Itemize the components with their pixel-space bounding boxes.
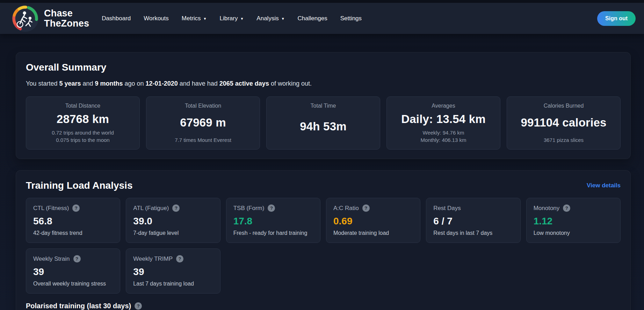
metric-description: 42-day fitness trend [33,230,113,236]
stat-value: Daily: 13.54 km [401,113,485,126]
stat-card: Calories Burned 991104 calories 3671 piz… [507,96,621,150]
intro-segment: 2065 active days [219,80,269,87]
summary-stat-cards: Total Distance 28768 km 0.72 trips aroun… [26,96,621,150]
stat-label: Averages [432,102,455,109]
metric-description: Moderate training load [333,230,413,236]
metric-label: Monotony [534,204,560,212]
metric-tiles: CTL (Fitness) ? 56.8 42-day fitness tren… [26,198,621,294]
metric-tile: Monotony ? 1.12 Low monotony [526,198,621,243]
metric-value: 39 [33,266,113,277]
help-icon[interactable]: ? [135,302,142,310]
sign-out-button[interactable]: Sign out [597,11,636,26]
app-logo-icon [12,5,39,32]
stat-sublines: 7.7 times Mount Everest [175,136,231,144]
nav-item-label: Challenges [298,15,327,22]
metric-label: CTL (Fitness) [33,204,69,212]
metric-description: Overall weekly training stress [33,280,113,287]
intro-segment: ago on [123,80,146,87]
nav-item-label: Workouts [144,15,169,22]
page-top-gap [0,0,644,3]
nav-item-label: Dashboard [102,15,131,22]
nav-item-label: Settings [340,15,362,22]
navbar: Chase TheZones Dashboard ▼ Workouts ▼ Me… [0,3,644,34]
chevron-down-icon: ▼ [240,17,244,21]
stat-label: Total Elevation [185,102,221,109]
help-icon[interactable]: ? [73,255,81,262]
intro-segment: You started [26,80,59,87]
intro-segment: 5 years [59,80,81,87]
metric-tile: TSB (Form) ? 17.8 Fresh - ready for hard… [226,198,320,243]
metric-label: TSB (Form) [233,204,265,212]
stat-label: Calories Burned [544,102,584,109]
metric-tile: ATL (Fatigue) ? 39.0 7-day fatigue level [126,198,220,243]
help-icon[interactable]: ? [176,255,183,262]
intro-segment: and have had [178,80,219,87]
metric-description: Last 7 days training load [133,280,213,287]
metric-tile: Weekly TRIMP ? 39 Last 7 days training l… [126,248,220,294]
help-icon[interactable]: ? [172,204,180,212]
stat-value: 28768 km [57,113,109,126]
nav-item[interactable]: Metrics ▼ [182,15,207,22]
intro-segment: 9 months [95,80,123,87]
metric-value: 0.69 [333,216,413,227]
metric-label: A:C Ratio [333,204,359,212]
brand[interactable]: Chase TheZones [12,5,89,32]
metric-description: Fresh - ready for hard training [233,230,313,236]
polarised-training-label: Polarised training (last 30 days) [26,302,131,310]
stat-subline: 7.7 times Mount Everest [175,136,231,144]
stat-sublines: Weekly: 94.76 kmMonthly: 406.13 km [421,129,466,144]
metric-value: 17.8 [233,216,313,227]
chevron-down-icon: ▼ [203,17,207,21]
metric-value: 39 [133,266,213,277]
help-icon[interactable]: ? [563,204,570,212]
stat-sublines: 0.72 trips around the world0.075 trips t… [52,129,114,144]
main-nav: Dashboard ▼ Workouts ▼ Metrics ▼ Library… [102,15,362,22]
metric-tile: Rest Days ? 6 / 7 Rest days in last 7 da… [426,198,520,243]
overall-summary-title: Overall Summary [26,62,621,73]
training-load-panel: Training Load Analysis View details CTL … [16,170,631,310]
nav-item-label: Metrics [182,15,201,22]
stat-subline: 0.075 trips to the moon [52,136,114,144]
stat-value: 94h 53m [300,120,346,133]
nav-item[interactable]: Dashboard ▼ [102,15,131,22]
stat-card: Total Elevation 67969 m 7.7 times Mount … [146,96,260,150]
nav-item[interactable]: Analysis ▼ [256,15,284,22]
metric-description: Rest days in last 7 days [433,230,513,236]
help-icon[interactable]: ? [72,204,80,212]
help-icon[interactable]: ? [362,204,370,212]
help-icon[interactable]: ? [268,204,275,212]
metric-description: Low monotony [534,230,613,236]
chevron-down-icon: ▼ [281,17,285,21]
brand-line-1: Chase [44,8,89,19]
metric-label: Weekly Strain [33,255,70,262]
intro-segment: of working out. [269,80,312,87]
training-load-title: Training Load Analysis [26,180,132,192]
stat-card: Total Time 94h 53m [266,96,380,150]
metric-value: 56.8 [33,216,113,227]
metric-value: 39.0 [133,216,213,227]
stat-subline: 3671 pizza slices [544,136,584,144]
brand-name: Chase TheZones [44,8,89,28]
stat-card: Averages Daily: 13.54 km Weekly: 94.76 k… [386,96,500,150]
metric-value: 1.12 [534,216,613,227]
stat-subline: Monthly: 406.13 km [421,136,466,144]
brand-line-2: TheZones [44,19,89,29]
metric-value: 6 / 7 [433,216,513,227]
nav-item[interactable]: Settings ▼ [340,15,362,22]
metric-label: Weekly TRIMP [133,255,173,262]
stat-card: Total Distance 28768 km 0.72 trips aroun… [26,96,140,150]
metric-tile: Weekly Strain ? 39 Overall weekly traini… [26,248,120,294]
nav-item[interactable]: Library ▼ [219,15,244,22]
intro-segment: and [81,80,95,87]
nav-item[interactable]: Challenges ▼ [298,15,327,22]
stat-subline: 0.72 trips around the world [52,129,114,136]
nav-item-label: Analysis [256,15,278,22]
stat-subline: Weekly: 94.76 km [421,129,466,136]
page-content: Overall Summary You started 5 years and … [0,34,644,310]
summary-intro: You started 5 years and 9 months ago on … [26,80,621,87]
nav-item[interactable]: Workouts ▼ [144,15,169,22]
metric-description: 7-day fatigue level [133,230,213,236]
view-details-link[interactable]: View details [587,182,621,189]
metric-tile: CTL (Fitness) ? 56.8 42-day fitness tren… [26,198,120,243]
intro-segment: 12-01-2020 [146,80,178,87]
